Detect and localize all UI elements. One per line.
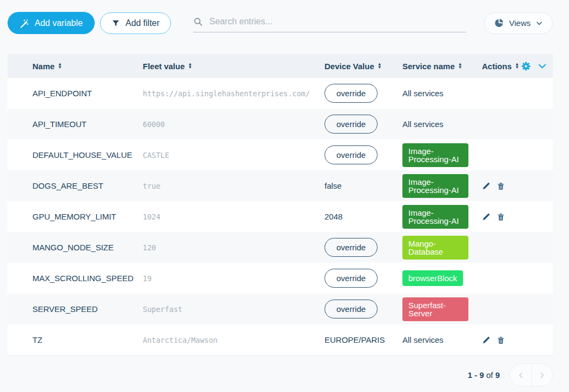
edit-pencil-icon[interactable] [482,336,491,344]
service-badge: Image-Processing-AI [402,174,468,198]
pie-chart-icon [494,18,504,28]
override-button[interactable]: override [325,300,378,318]
service-badge: Mango-Database [402,236,468,260]
delete-trash-icon[interactable] [497,336,505,344]
edit-pencil-icon[interactable] [482,212,491,221]
device-value-cell: EUROPE/PARIS [325,335,402,344]
service-name-cell: Image-Processing-AI [402,174,482,198]
service-name: All services [402,335,444,344]
edit-pencil-icon[interactable] [482,182,491,190]
table-row[interactable]: TZ Antarctica/Mawson EUROPE/PARIS All se… [8,324,553,355]
add-filter-button[interactable]: Add filter [100,12,171,34]
pager [510,363,553,387]
delete-trash-icon[interactable] [497,212,505,221]
column-header-device-value[interactable]: Device Value ▲▼ [325,62,402,71]
table-row[interactable]: API_TIMEOUT 60000 override All services [8,109,553,139]
device-value-cell: override [325,238,402,257]
sort-icon: ▲▼ [188,63,193,69]
variable-name: DOGS_ARE_BEST [32,181,143,190]
column-label: Name [32,62,55,71]
row-actions [482,182,521,190]
column-label: Actions [482,62,512,71]
override-button[interactable]: override [325,84,378,103]
service-name-cell: Image-Processing-AI [402,205,482,229]
column-header-name[interactable]: Name ▲▼ [32,62,143,71]
variable-name: GPU_MEMORY_LIMIT [32,212,143,221]
search-icon [193,17,203,26]
service-badge: Superfast-Server [402,297,468,321]
override-button[interactable]: override [325,145,378,164]
table-row[interactable]: MANGO_NODE_SIZE 120 override Mango-Datab… [8,232,553,263]
sort-icon: ▲▼ [58,63,62,69]
fleet-value: true [143,182,325,190]
table-row[interactable]: DEFAULT_HOUSE_VALUE CASTLE override Imag… [8,139,553,170]
service-badge: Image-Processing-AI [402,143,468,167]
search-input[interactable] [208,16,466,27]
table-body: API_ENDPOINT https://api.singlehashenter… [8,78,553,355]
add-variable-label: Add variable [35,18,83,28]
magic-wand-icon [19,18,29,28]
service-name-cell: All services [402,89,482,98]
table-row[interactable]: DOGS_ARE_BEST true false Image-Processin… [8,170,553,201]
previous-page-button[interactable] [510,364,531,386]
page-of-label: of [486,370,493,380]
device-value-cell: override [325,145,402,164]
variable-name: API_ENDPOINT [32,89,143,98]
override-button[interactable]: override [325,238,378,257]
service-name-cell: Image-Processing-AI [402,143,482,167]
variable-name: API_TIMEOUT [32,119,143,129]
header-extras [521,61,553,71]
table-row[interactable]: GPU_MEMORY_LIMIT 1024 2048 Image-Process… [8,201,553,232]
device-value: 2048 [325,212,342,221]
variables-table: Name ▲▼ Fleet value ▲▼ Device Value ▲▼ S… [8,54,553,356]
table-header: Name ▲▼ Fleet value ▲▼ Device Value ▲▼ S… [8,54,553,78]
page-total: 9 [495,370,500,380]
collapse-chevron-down-icon[interactable] [538,62,547,71]
column-label: Device Value [325,62,374,71]
service-name-cell: browserBlock [402,270,482,286]
sort-icon: ▲▼ [378,63,382,69]
service-badge: Image-Processing-AI [402,205,468,229]
add-variable-button[interactable]: Add variable [8,12,95,34]
service-name: All services [402,89,444,98]
sort-icon: ▲▼ [515,63,519,69]
fleet-value: 1024 [143,212,325,221]
funnel-icon [111,19,120,28]
column-header-actions[interactable]: Actions ▲▼ [482,62,521,71]
chevron-down-icon [535,19,543,27]
page-info: 1 - 9 of 9 [468,370,500,380]
column-header-service-name[interactable]: Service name ▲▼ [402,62,482,71]
column-header-fleet-value[interactable]: Fleet value ▲▼ [143,62,325,71]
gear-icon[interactable] [521,61,531,71]
toolbar: Add variable Add filter Views [0,0,569,34]
device-value-cell: override [325,84,402,103]
row-actions [482,336,521,344]
views-button[interactable]: Views [484,12,553,34]
table-row[interactable]: API_ENDPOINT https://api.singlehashenter… [8,78,553,109]
chevron-left-icon [517,371,525,379]
service-name-cell: All services [402,119,482,129]
device-value: EUROPE/PARIS [325,335,385,344]
table-row[interactable]: MAX_SCROLLING_SPEED 19 override browserB… [8,263,553,294]
delete-trash-icon[interactable] [497,182,505,190]
fleet-value: Superfast [143,305,325,314]
next-page-button[interactable] [531,364,552,386]
column-label: Fleet value [143,62,185,71]
device-value: false [325,181,342,190]
views-label: Views [509,18,531,28]
override-button[interactable]: override [325,269,378,288]
fleet-value: 19 [143,274,325,283]
fleet-value: 120 [143,243,325,252]
chevron-right-icon [538,371,546,379]
service-badge: browserBlock [402,270,463,286]
override-button[interactable]: override [325,115,378,134]
variable-name: SERVER_SPEED [32,304,143,314]
sort-icon: ▲▼ [458,63,462,69]
add-filter-label: Add filter [125,18,160,28]
service-name: All services [402,119,444,129]
page-range: 1 - 9 [468,370,484,380]
table-row[interactable]: SERVER_SPEED Superfast override Superfas… [8,294,553,324]
row-actions [482,212,521,221]
fleet-value: CASTLE [143,151,325,160]
fleet-value: 60000 [143,120,325,129]
